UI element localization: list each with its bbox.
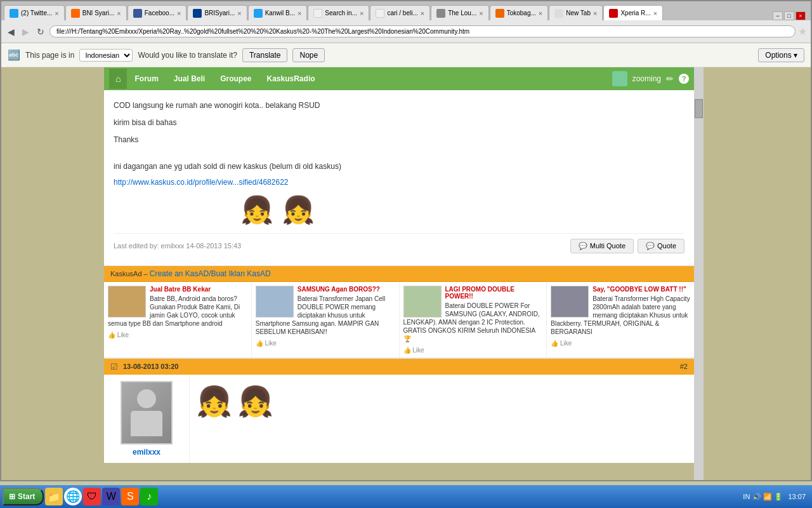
post2-content: 👧 👧 bbox=[190, 375, 694, 463]
tab-cari[interactable]: cari / beli... × bbox=[370, 5, 430, 20]
tab-search-close[interactable]: × bbox=[360, 10, 363, 17]
taskbar-icon-6[interactable]: ♪ bbox=[140, 488, 158, 505]
kaskus-home-button[interactable]: ⌂ bbox=[109, 69, 127, 89]
ad-img-1 bbox=[256, 286, 294, 318]
options-button[interactable]: Options ▾ bbox=[758, 48, 804, 62]
post2-num: #2 bbox=[680, 363, 688, 370]
scrollbar-track[interactable] bbox=[694, 67, 704, 480]
ad-grid: Jual Batre BB Kekar Batre BB, Android an… bbox=[104, 282, 694, 359]
ad-like-1[interactable]: 👍 Like bbox=[256, 338, 395, 347]
tab-xperia[interactable]: Xperia R... × bbox=[603, 5, 663, 20]
bookmark-button[interactable]: ★ bbox=[798, 25, 807, 37]
tab-fb[interactable]: Faceboo... × bbox=[128, 5, 187, 20]
tab-newtab[interactable]: New Tab × bbox=[549, 5, 603, 20]
tab-tokobag-title: Tokobag... bbox=[507, 10, 536, 17]
tab-bri-title: BRISyari... bbox=[204, 10, 235, 17]
taskbar-time: 13:07 bbox=[788, 493, 806, 500]
post2-user-col: emilxxx bbox=[104, 375, 190, 463]
nav-kaskusradio[interactable]: KaskusRadio bbox=[259, 69, 323, 88]
tab-fb-close[interactable]: × bbox=[177, 10, 181, 17]
tab-fb-favicon bbox=[133, 9, 142, 18]
tab-bri[interactable]: BRISyari... × bbox=[187, 5, 247, 20]
translate-icon: 🔤 bbox=[8, 49, 20, 61]
window-close-button[interactable]: × bbox=[796, 11, 806, 20]
forward-button[interactable]: ▶ bbox=[20, 25, 32, 38]
nope-button[interactable]: Nope bbox=[292, 48, 325, 62]
translate-question: Would you like to translate it? bbox=[138, 51, 237, 60]
nav-forum[interactable]: Forum bbox=[127, 69, 166, 88]
post2-username[interactable]: emilxxx bbox=[110, 448, 183, 457]
start-button[interactable]: ⊞ Start bbox=[3, 488, 44, 505]
page-content: ⌂ Forum Jual Beli Groupee KaskusRadio zo… bbox=[1, 67, 811, 480]
tab-newtab-close[interactable]: × bbox=[593, 10, 597, 17]
ad-like-2[interactable]: 👍 Like bbox=[403, 345, 543, 354]
back-button[interactable]: ◀ bbox=[5, 25, 17, 38]
post2-header-bar: ☑ 13-08-2013 03:20 #2 bbox=[104, 359, 694, 375]
ad-img-2 bbox=[403, 286, 442, 318]
tab-bri-close[interactable]: × bbox=[237, 10, 241, 17]
multi-quote-button[interactable]: 💬 Multi Quote bbox=[570, 239, 634, 253]
tab-cari-close[interactable]: × bbox=[421, 10, 424, 17]
tab-bni-title: BNI Syari... bbox=[82, 10, 115, 17]
left-sidebar-pad bbox=[1, 67, 104, 480]
tab-search[interactable]: Search in... × bbox=[308, 5, 369, 20]
post2-emoji-row: 👧 👧 bbox=[196, 384, 688, 418]
tab-newtab-title: New Tab bbox=[566, 10, 591, 17]
taskbar-chrome-icon[interactable]: 🌐 bbox=[64, 488, 82, 505]
nav-right: zooming ✏ ? bbox=[612, 71, 689, 86]
tab-cari-title: cari / beli... bbox=[387, 10, 417, 17]
tab-xperia-close[interactable]: × bbox=[653, 10, 657, 17]
tab-bni-close[interactable]: × bbox=[117, 10, 121, 17]
quote-icon: 💬 bbox=[579, 242, 587, 250]
post-profile-link[interactable]: http://www.kaskus.co.id/profile/view...s… bbox=[114, 178, 288, 187]
tab-tokobag-close[interactable]: × bbox=[539, 10, 542, 17]
post2-row: emilxxx 👧 👧 bbox=[104, 375, 694, 463]
nav-edit-icon[interactable]: ✏ bbox=[666, 74, 674, 84]
tab-xperia-title: Xperia R... bbox=[620, 10, 650, 17]
tab-search-title: Search in... bbox=[325, 10, 357, 17]
tab-loud[interactable]: The Lou... × bbox=[431, 5, 488, 20]
tab-xperia-favicon bbox=[609, 9, 618, 18]
nav-groupee[interactable]: Groupee bbox=[213, 69, 259, 88]
taskbar-icon-4[interactable]: W bbox=[102, 488, 120, 505]
ad-item-1: SAMSUNG Agan BOROS?? Baterai Transformer… bbox=[252, 282, 400, 358]
tab-tokobag-favicon bbox=[495, 9, 504, 18]
address-input[interactable] bbox=[49, 25, 796, 37]
translate-button[interactable]: Translate bbox=[242, 48, 288, 62]
ad-item-3: Say, "GOODBYE LOW BATT !!" Baterai Trans… bbox=[547, 282, 694, 358]
kaskus-ad-bar: KaskusAd – Create an KasAD/Buat Iklan Ka… bbox=[104, 266, 694, 282]
quote-button[interactable]: 💬 Quote bbox=[638, 239, 684, 253]
post2-avatar bbox=[121, 381, 173, 444]
taskbar-icon-5[interactable]: S bbox=[121, 488, 139, 505]
refresh-button[interactable]: ↻ bbox=[34, 25, 47, 38]
taskbar-explorer-icon[interactable]: 📁 bbox=[45, 488, 63, 505]
taskbar-icon-3[interactable]: 🛡 bbox=[83, 488, 101, 505]
browser-frame: (2) Twitte... × BNI Syari... × Faceboo..… bbox=[0, 0, 812, 481]
tab-kanwil-close[interactable]: × bbox=[298, 10, 301, 17]
tab-tokobag[interactable]: Tokobag... × bbox=[490, 5, 549, 20]
tab-loud-close[interactable]: × bbox=[479, 10, 483, 17]
locale-indicator: IN bbox=[743, 493, 750, 500]
window-minimize-button[interactable]: − bbox=[773, 11, 783, 20]
tab-twitter1[interactable]: (2) Twitte... × bbox=[4, 5, 65, 20]
tab-twitter1-close[interactable]: × bbox=[55, 10, 58, 17]
heart-emoji-1: 👧 bbox=[240, 195, 273, 225]
ad-item-2: LAGI PROMO DOUBLE POWER!! Baterai DOUBLE… bbox=[400, 282, 547, 358]
ad-like-0[interactable]: 👍 Like bbox=[108, 330, 247, 338]
create-ad-link[interactable]: Create an KasAD/Buat Iklan KasAD bbox=[150, 269, 271, 278]
scrollbar-thumb[interactable] bbox=[695, 99, 703, 118]
window-maximize-button[interactable]: □ bbox=[784, 11, 794, 20]
tab-search-favicon bbox=[313, 9, 322, 18]
nav-username: zooming bbox=[632, 74, 661, 83]
tab-kanwil[interactable]: Kanwil B... × bbox=[248, 5, 308, 20]
language-select[interactable]: Indonesian bbox=[79, 49, 133, 62]
post-last-edited: Last edited by: emilxxx 14-08-2013 15:43 bbox=[114, 242, 241, 250]
nav-help-icon[interactable]: ? bbox=[679, 74, 689, 84]
tab-cari-favicon bbox=[376, 9, 384, 18]
post-body: COD langsung ke rumah ane wonogiri kota.… bbox=[104, 90, 694, 266]
taskbar-right: IN 🔊 📶 🔋 13:07 bbox=[739, 493, 809, 501]
tab-newtab-favicon bbox=[554, 9, 563, 18]
nav-jualbeli[interactable]: Jual Beli bbox=[166, 69, 213, 88]
ad-like-3[interactable]: 👍 Like bbox=[551, 338, 690, 347]
tab-bni[interactable]: BNI Syari... × bbox=[65, 5, 127, 20]
